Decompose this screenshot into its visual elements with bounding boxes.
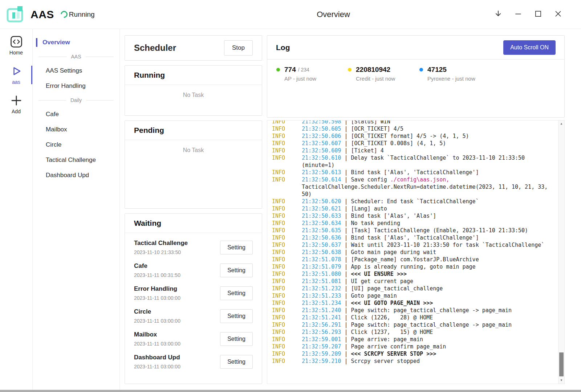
log-view[interactable]: INFO21:32:50.598 | [Status] WININFO21:32…: [267, 120, 565, 384]
task-setting-button[interactable]: Setting: [220, 309, 253, 323]
waiting-task-row-cafe: Cafe2023-11-11 00:31:50Setting: [125, 259, 262, 282]
log-message: 21:32:50.613 | Bind task ['Alas', 'Tacti…: [302, 169, 550, 176]
app-logo-icon: [4, 3, 27, 26]
task-name: Dashboard Upd: [134, 354, 180, 361]
log-segment: ./config\aas.json,: [390, 176, 450, 183]
menu-group-label: AAS: [71, 54, 81, 60]
log-level: INFO: [272, 270, 302, 278]
menu-item-label: Overview: [42, 39, 70, 46]
log-line: INFO21:32:51.079 | App is already runnin…: [272, 263, 550, 270]
log-timestamp: 21:32:50.636: [302, 234, 341, 241]
close-button[interactable]: [553, 9, 564, 20]
log-level: INFO: [272, 285, 302, 292]
stat-dot: [276, 68, 280, 72]
log-message: 21:32:59.210 | Scrcpy server stopped: [302, 358, 550, 365]
log-segment: Save config: [351, 176, 390, 183]
maximize-icon: [534, 10, 542, 19]
menu-item-label: Cafe: [46, 111, 59, 118]
log-message: 21:32:51.233 | Goto page_main: [302, 292, 550, 299]
rail-item-aas[interactable]: aas: [0, 64, 32, 86]
menu-item-tactical-challenge[interactable]: Tactical Challenge: [33, 152, 119, 168]
menu-item-overview[interactable]: Overview: [33, 35, 119, 50]
menu-item-dashboard-upd[interactable]: Dashboard Upd: [33, 168, 119, 183]
task-next-run-time: 2023-11-11 03:00:00: [134, 318, 180, 324]
rail-item-home[interactable]: Home: [0, 35, 32, 56]
minimize-button[interactable]: [513, 9, 524, 20]
log-level: INFO: [272, 249, 302, 256]
menu-item-label: Error Handling: [46, 82, 86, 90]
log-message: 21:32:50.633 | Bind task ['Alas', 'Alas'…: [302, 212, 550, 220]
hide-window-button[interactable]: [493, 9, 504, 20]
log-timestamp: 21:32:59.210: [302, 358, 341, 364]
task-setting-button[interactable]: Setting: [220, 264, 253, 277]
log-segment: Scrcpy server stopped: [351, 358, 420, 364]
log-level: INFO: [272, 132, 302, 140]
log-timestamp: 21:32:51.081: [302, 278, 341, 285]
log-level: INFO: [272, 220, 302, 227]
menu-item-aas-settings[interactable]: AAS Settings: [33, 63, 119, 78]
log-timestamp: 21:32:59.209: [302, 351, 341, 357]
log-level: INFO: [272, 212, 302, 220]
code-window-icon: [10, 36, 23, 48]
log-segment: <<< UI GOTO PAGE_MAIN >>>: [351, 300, 433, 306]
log-line: INFO21:32:50.606 | [OCR_TICKET format] 4…: [272, 132, 550, 140]
scrollbar-down-button[interactable]: ▼: [558, 377, 564, 383]
log-level: INFO: [272, 140, 302, 147]
log-timestamp: 21:32:51.240: [302, 307, 341, 314]
log-message: 21:32:59.209 | <<< SCRCPY SERVER STOP >>…: [302, 350, 550, 358]
log-level: INFO: [272, 169, 302, 176]
waiting-task-info: Circle2023-11-11 03:00:00: [134, 308, 180, 324]
log-scrollbar[interactable]: ▲ ▼: [558, 121, 564, 384]
menu-item-cafe[interactable]: Cafe: [33, 107, 119, 122]
task-setting-button[interactable]: Setting: [220, 241, 253, 254]
task-next-run-time: 2023-11-10 21:33:50: [134, 249, 188, 255]
auto-scroll-button[interactable]: Auto Scroll ON: [503, 40, 556, 55]
log-line: INFO21:32:50.636 | Bind task ['Alas', 'T…: [272, 234, 550, 241]
waiting-task-row-circle: Circle2023-11-11 03:00:00Setting: [125, 305, 262, 327]
log-line: INFO21:32:50.613 | Bind task ['Alas', 'T…: [272, 169, 550, 176]
maximize-button[interactable]: [533, 9, 544, 20]
menu-item-circle[interactable]: Circle: [33, 137, 119, 152]
log-level: INFO: [272, 314, 302, 321]
task-setting-button[interactable]: Setting: [220, 355, 253, 369]
log-segment: [Lang] auto: [351, 205, 387, 212]
log-timestamp: 21:32:50.607: [302, 140, 341, 147]
log-segment: App is already running, goto main page: [351, 264, 475, 270]
menu-item-label: Dashboard Upd: [46, 172, 89, 179]
menu-group-divider-aas: AAS: [38, 50, 114, 63]
scrollbar-thumb[interactable]: [559, 352, 564, 376]
waiting-title: Waiting: [134, 219, 253, 228]
log-segment: No task pending: [351, 220, 400, 226]
log-segment: Click (1226, 28) @ HOME: [351, 314, 433, 321]
running-status: Running: [69, 11, 95, 19]
menu-item-label: Circle: [46, 141, 61, 148]
stat-label: Pyroxene - just now: [427, 75, 491, 82]
waiting-task-row-mailbox: Mailbox2023-11-11 03:00:00Setting: [125, 327, 262, 350]
log-level: INFO: [272, 278, 302, 285]
log-timestamp: 21:32:50.637: [302, 242, 341, 248]
log-level: INFO: [272, 147, 302, 154]
log-level: INFO: [272, 198, 302, 205]
stat-dot: [419, 68, 423, 72]
scrollbar-up-button[interactable]: ▲: [558, 121, 564, 127]
waiting-task-row-dashboard-upd: Dashboard Upd2023-11-11 03:00:00Setting: [125, 350, 262, 373]
task-setting-button[interactable]: Setting: [220, 332, 253, 346]
log-segment: [UI] page_tactical_challenge: [351, 285, 443, 292]
log-level: INFO: [272, 358, 302, 365]
waiting-task-row-tactical-challenge: Tactical Challenge2023-11-10 21:33:50Set…: [125, 236, 262, 259]
task-next-run-time: 2023-11-11 00:31:50: [134, 272, 180, 278]
task-name: Circle: [134, 308, 180, 315]
waiting-task-info: Mailbox2023-11-11 03:00:00: [134, 331, 180, 347]
log-line: INFO21:32:51.232 | [UI] page_tactical_ch…: [272, 285, 550, 292]
menu-item-mailbox[interactable]: Mailbox: [33, 122, 119, 137]
waiting-task-info: Cafe2023-11-11 00:31:50: [134, 262, 180, 278]
log-timestamp: 21:32:50.609: [302, 147, 341, 154]
task-setting-button[interactable]: Setting: [220, 286, 253, 300]
log-message: 21:32:50.621 | [Lang] auto: [302, 205, 550, 212]
log-message: 21:32:59.207 | Page arrive confirm page_…: [302, 343, 550, 350]
log-timestamp: 21:32:50.614: [302, 176, 341, 183]
log-level: INFO: [272, 299, 302, 307]
menu-item-error-handling[interactable]: Error Handling: [33, 78, 119, 94]
rail-item-add[interactable]: Add: [0, 94, 32, 115]
stop-button[interactable]: Stop: [224, 40, 253, 56]
